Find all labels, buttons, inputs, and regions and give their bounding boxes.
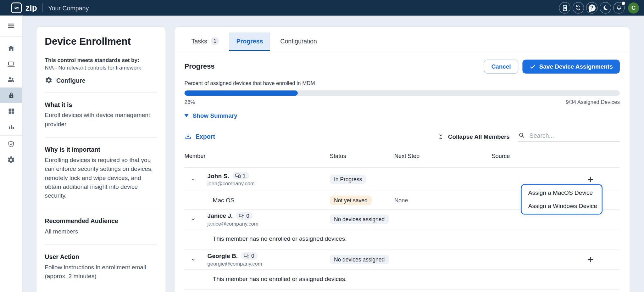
progress-header-row: Progress Cancel Save Device Assignments [175, 59, 630, 73]
device-count-badge: 0 [236, 212, 253, 220]
tab-progress[interactable]: Progress [229, 32, 270, 51]
sidebar-item-people[interactable] [0, 72, 22, 88]
tab-configuration[interactable]: Configuration [273, 32, 324, 51]
divider [45, 137, 157, 138]
sync-icon[interactable] [573, 2, 584, 14]
panel-title: Device Enrollment [45, 36, 157, 48]
help-icon[interactable]: ? [586, 2, 598, 14]
member-email: georgie@company.com [208, 261, 262, 267]
no-devices-message-row: This member has no enrolled or assigned … [184, 229, 619, 250]
device-code-icon[interactable] [559, 2, 571, 14]
laptop-phone-icon [235, 173, 241, 179]
section-heading: What it is [45, 101, 157, 108]
sidebar-item-home[interactable] [0, 41, 22, 56]
member-name: Janice J. [208, 212, 233, 219]
brand[interactable]: zip [0, 3, 37, 13]
section-body: All members [45, 227, 157, 237]
progress-heading: Progress [184, 63, 214, 71]
show-summary-label: Show Summary [193, 112, 237, 119]
sidebar-item-settings[interactable] [0, 152, 22, 168]
progress-fill [184, 90, 297, 96]
sidebar-nav [0, 36, 22, 168]
configure-label: Configure [56, 77, 86, 84]
search-input[interactable] [529, 132, 612, 139]
next-step-value: None [394, 197, 492, 204]
table-toolbar: Export Collapse All Members [184, 132, 619, 142]
topbar-divider [42, 3, 43, 12]
tab-bar: Tasks 1 Progress Configuration [175, 27, 630, 51]
brand-name: zip [25, 3, 37, 13]
cancel-button[interactable]: Cancel [484, 59, 518, 73]
triangle-down-icon [184, 114, 188, 117]
notifications-bell-icon[interactable] [613, 2, 625, 14]
check-icon [529, 64, 536, 70]
topbar-actions: ? C [559, 2, 644, 14]
menu-item-assign-macos[interactable]: Assign a MacOS Device [522, 186, 602, 199]
device-count: 0 [251, 253, 254, 259]
menu-item-assign-windows[interactable]: Assign a Windows Device [522, 199, 602, 212]
sidebar-item-security-active[interactable] [0, 87, 22, 103]
add-device-button[interactable] [586, 175, 594, 183]
no-devices-message: This member has no enrolled or assigned … [184, 269, 348, 289]
sidebar-item-compliance[interactable] [0, 137, 22, 152]
hamburger-icon[interactable] [0, 16, 22, 37]
configure-button[interactable]: Configure [45, 76, 157, 84]
divider [45, 244, 157, 245]
status-badge: In Progress [330, 174, 366, 184]
action-buttons: Cancel Save Device Assignments [484, 59, 620, 73]
save-device-assignments-button[interactable]: Save Device Assignments [522, 59, 620, 73]
laptop-phone-icon [243, 253, 250, 259]
section-what-it-is: What it is Enroll devices with device ma… [45, 101, 157, 129]
progress-bar-track [184, 90, 619, 96]
laptop-phone-icon [238, 213, 245, 219]
app-root: zip Your Company ? C [0, 0, 644, 292]
avatar[interactable]: C [628, 2, 639, 13]
table-header: Member Status Next Step Source [184, 153, 619, 168]
tab-tasks[interactable]: Tasks 1 [184, 32, 226, 51]
member-email: janice@company.com [208, 221, 258, 227]
section-body: Follow instructions in enrollment email … [45, 263, 157, 281]
section-user-action: User Action Follow instructions in enrol… [45, 253, 157, 281]
add-device-button[interactable] [586, 256, 594, 263]
device-enrollment-panel: Device Enrollment This control meets sta… [36, 26, 166, 292]
device-count-badge: 1 [232, 172, 249, 180]
progress-percent-label: 26% [184, 99, 195, 105]
export-label: Export [196, 133, 215, 140]
collapse-label: Collapse All Members [448, 133, 510, 140]
tab-label: Progress [236, 38, 263, 45]
sidebar-item-devices[interactable] [0, 56, 22, 72]
question-mark-glyph: ? [588, 4, 595, 11]
device-name: Mac OS [184, 197, 330, 204]
main-content-card: Tasks 1 Progress Configuration Progress … [174, 26, 630, 292]
assigned-devices-label: 9/34 Assigned Devices [566, 99, 620, 105]
member-email: john@company.com [208, 181, 255, 187]
dark-mode-moon-icon[interactable] [600, 2, 611, 14]
section-heading: Recommended Audience [45, 217, 157, 224]
divider [45, 209, 157, 209]
section-why-important: Why is it important Enrolling devices is… [45, 146, 157, 200]
chevron-down-icon[interactable] [190, 176, 197, 182]
section-heading: Why is it important [45, 146, 157, 153]
sidebar-item-dashboard[interactable] [0, 103, 22, 119]
show-summary-toggle[interactable]: Show Summary [184, 112, 619, 119]
member-row-georgie: Georgie B. 0 georgie@company.com No devi… [184, 250, 619, 270]
column-source: Source [491, 153, 620, 159]
chevron-down-icon[interactable] [190, 216, 197, 222]
standards-label: This control meets standards set by: [45, 57, 157, 64]
collapse-all-members-button[interactable]: Collapse All Members [437, 133, 510, 140]
download-icon [184, 133, 192, 141]
sidebar-item-reports[interactable] [0, 119, 22, 134]
device-count: 1 [243, 173, 246, 179]
no-devices-message-row: This member has no enrolled or assigned … [184, 269, 619, 290]
assign-device-popup: Assign a MacOS Device Assign a Windows D… [521, 184, 602, 215]
export-button[interactable]: Export [184, 133, 215, 141]
column-status: Status [330, 153, 394, 159]
toolbar-right-group: Collapse All Members [437, 132, 620, 142]
section-heading: User Action [45, 253, 157, 260]
save-button-label: Save Device Assignments [539, 63, 613, 70]
section-recommended-audience: Recommended Audience All members [45, 217, 157, 236]
status-badge-warning: Not yet saved [330, 195, 372, 205]
divider [45, 93, 157, 93]
chevron-down-icon[interactable] [190, 256, 197, 263]
progress-subtitle: Percent of assigned devices that have en… [175, 80, 630, 87]
